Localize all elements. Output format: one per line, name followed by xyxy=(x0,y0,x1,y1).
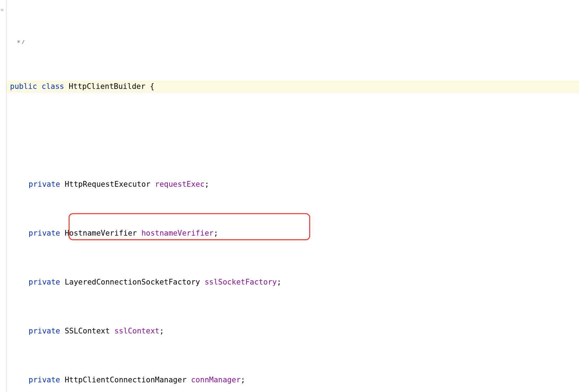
keyword-private: private xyxy=(29,374,60,386)
blank-line[interactable] xyxy=(6,129,579,141)
keyword-private: private xyxy=(29,227,60,239)
field-name: requestExec xyxy=(155,178,205,190)
field-type: SSLContext xyxy=(65,325,110,337)
semicolon: ; xyxy=(241,374,245,386)
keyword-private: private xyxy=(29,178,60,190)
field-line[interactable]: private HttpClientConnectionManager conn… xyxy=(6,374,579,386)
keyword-private: private xyxy=(29,276,60,288)
field-type: HttpClientConnectionManager xyxy=(65,374,186,386)
field-type: LayeredConnectionSocketFactory xyxy=(65,276,200,288)
semicolon: ; xyxy=(277,276,281,288)
field-name: hostnameVerifier xyxy=(141,227,213,239)
code-content[interactable]: */ public class HttpClientBuilder { priv… xyxy=(6,0,579,392)
open-brace: { xyxy=(150,80,155,92)
fold-collapse-icon[interactable]: ⊟ xyxy=(1,8,4,12)
code-editor[interactable]: ⊟ */ public class HttpClientBuilder { pr… xyxy=(0,0,579,392)
field-name: connManager xyxy=(191,374,241,386)
editor-gutter[interactable]: ⊟ xyxy=(0,0,6,392)
keyword-class: class xyxy=(42,80,64,92)
class-name: HttpClientBuilder xyxy=(69,80,145,92)
field-type: HttpRequestExecutor xyxy=(65,178,150,190)
keyword-private: private xyxy=(29,325,60,337)
semicolon: ; xyxy=(205,178,209,190)
class-decl-line[interactable]: public class HttpClientBuilder { xyxy=(6,80,579,92)
keyword-public: public xyxy=(10,80,37,92)
semicolon: ; xyxy=(213,227,218,239)
semicolon: ; xyxy=(160,325,164,337)
field-name: sslContext xyxy=(114,325,159,337)
field-line[interactable]: private LayeredConnectionSocketFactory s… xyxy=(6,276,579,288)
field-line[interactable]: private HostnameVerifier hostnameVerifie… xyxy=(6,227,579,239)
field-name: sslSocketFactory xyxy=(205,276,277,288)
field-type: HostnameVerifier xyxy=(65,227,137,239)
field-line[interactable]: private SSLContext sslContext; xyxy=(6,325,579,337)
comment-end: */ xyxy=(6,37,579,44)
field-line[interactable]: private HttpRequestExecutor requestExec; xyxy=(6,178,579,190)
